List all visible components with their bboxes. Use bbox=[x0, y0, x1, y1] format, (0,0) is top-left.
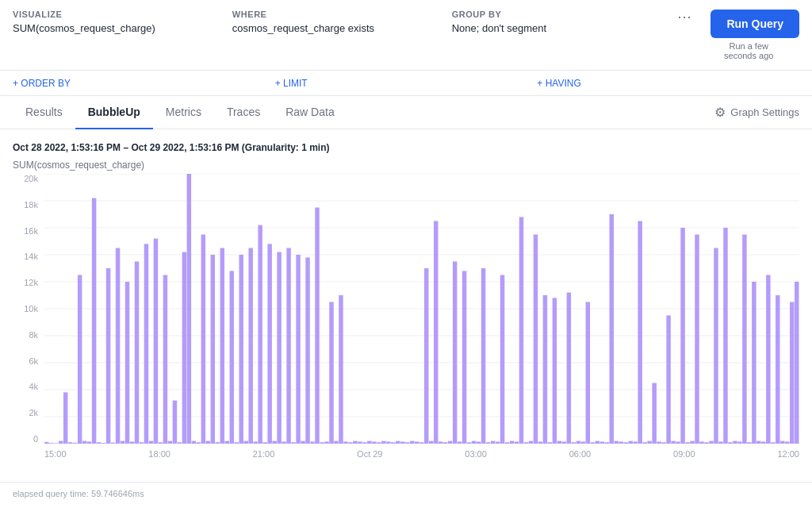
svg-rect-154 bbox=[723, 228, 727, 444]
svg-rect-21 bbox=[92, 198, 96, 444]
svg-rect-138 bbox=[647, 441, 651, 444]
secondary-bar: + ORDER BY + LIMIT + HAVING bbox=[0, 71, 812, 96]
visualize-section: VISUALIZE SUM(cosmos_request_charge) bbox=[13, 10, 232, 34]
tabs: ResultsBubbleUpMetricsTracesRaw Data bbox=[13, 96, 714, 129]
svg-rect-146 bbox=[685, 442, 689, 444]
svg-rect-87 bbox=[405, 442, 409, 444]
run-query-meta: Run a few seconds ago bbox=[724, 41, 773, 60]
svg-rect-127 bbox=[596, 441, 599, 444]
svg-rect-37 bbox=[168, 441, 172, 444]
where-section: WHERE cosmos_request_charge exists bbox=[232, 10, 452, 34]
svg-rect-105 bbox=[491, 441, 495, 444]
svg-rect-74 bbox=[343, 441, 347, 444]
svg-rect-64 bbox=[296, 255, 300, 444]
y-tick: 8k bbox=[13, 330, 38, 340]
group-by-section: GROUP BY None; don't segment bbox=[452, 10, 672, 34]
order-by-section: + ORDER BY bbox=[13, 77, 275, 89]
svg-rect-156 bbox=[733, 441, 737, 444]
visualize-value: SUM(cosmos_request_charge) bbox=[13, 22, 220, 34]
footer: elapsed query time: 59.746646ms bbox=[0, 482, 812, 505]
svg-rect-84 bbox=[391, 442, 395, 444]
svg-rect-75 bbox=[348, 442, 352, 444]
svg-rect-169 bbox=[795, 282, 799, 444]
svg-rect-140 bbox=[657, 441, 661, 444]
svg-rect-24 bbox=[106, 268, 110, 444]
svg-rect-132 bbox=[619, 441, 622, 444]
svg-rect-44 bbox=[201, 235, 205, 444]
run-query-button[interactable]: Run Query bbox=[710, 10, 799, 38]
svg-rect-47 bbox=[216, 442, 220, 444]
svg-rect-102 bbox=[477, 441, 481, 444]
svg-rect-38 bbox=[173, 401, 177, 444]
svg-rect-40 bbox=[182, 252, 186, 444]
svg-rect-98 bbox=[458, 441, 462, 444]
tab-bubbleup[interactable]: BubbleUp bbox=[75, 96, 153, 129]
svg-rect-133 bbox=[623, 442, 627, 444]
svg-rect-26 bbox=[116, 248, 120, 444]
having-section: + HAVING bbox=[537, 77, 799, 89]
svg-rect-157 bbox=[737, 441, 741, 444]
svg-rect-12 bbox=[49, 443, 53, 444]
y-tick: 2k bbox=[13, 408, 38, 417]
svg-rect-159 bbox=[747, 442, 751, 444]
svg-rect-101 bbox=[472, 441, 476, 444]
svg-rect-79 bbox=[367, 441, 371, 444]
x-tick: 03:00 bbox=[465, 449, 487, 459]
y-tick: 6k bbox=[13, 356, 38, 366]
svg-rect-52 bbox=[239, 255, 243, 444]
svg-rect-165 bbox=[776, 295, 779, 444]
order-by-button[interactable]: + ORDER BY bbox=[13, 78, 71, 89]
y-tick: 0 bbox=[13, 434, 38, 444]
svg-rect-166 bbox=[780, 441, 784, 444]
graph-settings-button[interactable]: ⚙ Graph Settings bbox=[714, 105, 799, 120]
svg-rect-107 bbox=[500, 275, 504, 444]
svg-rect-104 bbox=[486, 442, 490, 444]
svg-rect-145 bbox=[680, 228, 684, 444]
svg-rect-167 bbox=[785, 441, 789, 444]
svg-rect-126 bbox=[591, 442, 595, 444]
x-tick: 09:00 bbox=[673, 449, 695, 459]
svg-rect-86 bbox=[400, 441, 404, 444]
tab-raw-data[interactable]: Raw Data bbox=[273, 96, 347, 129]
svg-rect-36 bbox=[163, 275, 167, 444]
svg-rect-90 bbox=[419, 442, 423, 444]
more-options-button[interactable]: ⋯ bbox=[671, 10, 698, 24]
svg-rect-141 bbox=[661, 442, 665, 444]
svg-rect-134 bbox=[628, 441, 632, 444]
svg-rect-149 bbox=[699, 441, 703, 444]
svg-rect-150 bbox=[704, 442, 708, 444]
tab-results[interactable]: Results bbox=[13, 96, 75, 129]
limit-button[interactable]: + LIMIT bbox=[275, 78, 308, 89]
y-tick: 16k bbox=[13, 226, 38, 236]
svg-rect-78 bbox=[362, 442, 366, 444]
svg-rect-39 bbox=[178, 442, 182, 444]
y-tick: 12k bbox=[13, 278, 38, 287]
svg-rect-60 bbox=[277, 252, 281, 444]
svg-rect-23 bbox=[102, 443, 105, 444]
svg-rect-66 bbox=[305, 257, 309, 444]
svg-rect-111 bbox=[519, 217, 523, 444]
tab-metrics[interactable]: Metrics bbox=[153, 96, 214, 129]
top-bar: VISUALIZE SUM(cosmos_request_charge) WHE… bbox=[0, 0, 812, 71]
svg-rect-164 bbox=[771, 442, 775, 444]
svg-rect-168 bbox=[790, 302, 794, 444]
gear-icon: ⚙ bbox=[714, 105, 726, 120]
y-tick: 18k bbox=[13, 200, 38, 210]
having-button[interactable]: + HAVING bbox=[537, 78, 580, 89]
svg-rect-70 bbox=[324, 441, 328, 444]
svg-rect-136 bbox=[638, 221, 642, 444]
svg-rect-143 bbox=[671, 441, 675, 444]
svg-rect-148 bbox=[695, 235, 699, 444]
svg-rect-81 bbox=[377, 442, 381, 444]
chart-svg bbox=[44, 174, 799, 444]
svg-rect-22 bbox=[97, 442, 101, 444]
svg-rect-124 bbox=[581, 441, 585, 444]
svg-rect-119 bbox=[557, 441, 561, 444]
svg-rect-17 bbox=[73, 443, 77, 444]
y-axis: 02k4k6k8k10k12k14k16k18k20k bbox=[13, 174, 44, 444]
svg-rect-117 bbox=[548, 442, 552, 444]
svg-rect-65 bbox=[301, 441, 304, 444]
x-tick: 15:00 bbox=[44, 449, 67, 459]
svg-rect-121 bbox=[567, 293, 571, 444]
tab-traces[interactable]: Traces bbox=[214, 96, 273, 129]
